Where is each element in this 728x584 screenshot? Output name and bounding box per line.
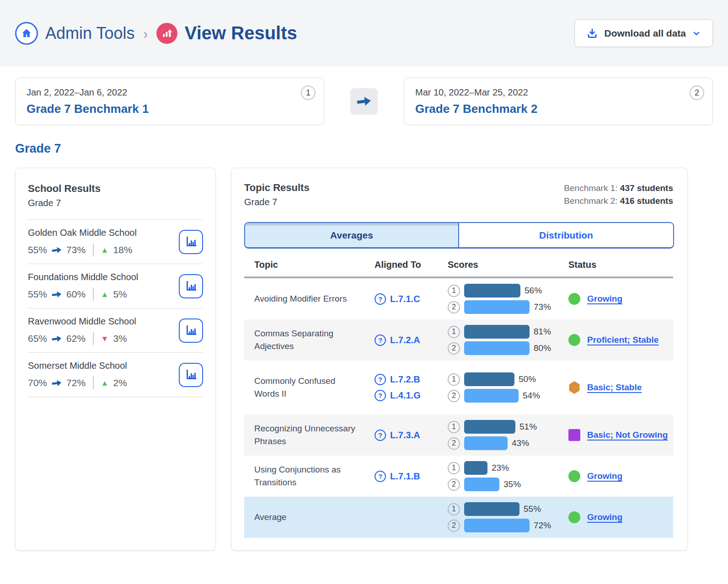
school-score-change: 65% 62% ▼ 3% <box>28 332 136 345</box>
chevron-down-icon <box>692 29 701 38</box>
benchmark-2-score: 73% <box>66 244 86 255</box>
tab-distribution[interactable]: Distribution <box>459 223 673 247</box>
aligned-standards: L.7.2.BL.4.1.G <box>375 374 448 401</box>
score-value: 81% <box>534 327 551 337</box>
status-link[interactable]: Proficient; Stable <box>587 335 658 345</box>
status-link[interactable]: Growing <box>587 471 622 481</box>
topic-results-panel: Topic Results Grade 7 Benchmark 1: 437 s… <box>231 168 688 551</box>
topic-name: Recognizing Unnecessary Phrases <box>254 422 375 448</box>
arrow-right-icon <box>357 96 371 106</box>
benchmark-number-badge: 1 <box>448 326 460 338</box>
topic-table-row: Commonly Confused Words II L.7.2.BL.4.1.… <box>244 361 673 414</box>
help-circle-icon <box>375 390 386 401</box>
score-value: 43% <box>512 438 529 448</box>
aligned-standard-link[interactable]: L.7.1.B <box>375 471 448 482</box>
school-list-item: Golden Oak Middle School 55% 73% ▲ 18% <box>28 220 203 264</box>
school-score-change: 55% 73% ▲ 18% <box>28 244 137 256</box>
status-link[interactable]: Basic; Stable <box>587 382 642 393</box>
benchmark-1-count-value: 437 students <box>620 183 673 193</box>
benchmark-number-badge: 2 <box>448 301 460 313</box>
status-shape-icon <box>568 511 580 523</box>
benchmark-1-count-label: Benchmark 1: <box>564 183 617 193</box>
score-value: 55% <box>524 504 541 514</box>
benchmark-2-count: Benchmark 2: 416 students <box>564 195 673 207</box>
top-bar: Admin Tools › View Results Download all … <box>0 0 728 66</box>
benchmark-2-score: 62% <box>66 333 86 344</box>
help-circle-icon <box>375 334 386 346</box>
benchmark-2-score: 72% <box>66 377 86 388</box>
school-chart-button[interactable] <box>179 319 203 343</box>
benchmark-number-badge: 1 <box>448 421 460 433</box>
breadcrumb: Admin Tools › View Results <box>15 22 297 45</box>
home-icon[interactable] <box>15 22 38 45</box>
benchmark-number-badge: 2 <box>448 478 460 491</box>
tab-averages[interactable]: Averages <box>245 223 459 247</box>
status-cell: Basic; Stable <box>568 381 673 394</box>
status-link[interactable]: Growing <box>587 512 622 522</box>
status-link[interactable]: Basic; Not Growing <box>587 430 668 440</box>
breadcrumb-admin-tools-link[interactable]: Admin Tools <box>45 24 134 43</box>
school-list-item: Ravenwood Middle School 65% 62% ▼ 3% <box>28 308 203 353</box>
school-chart-button[interactable] <box>179 230 203 254</box>
benchmark-compare-row: Jan 2, 2022–Jan 6, 2022 Grade 7 Benchmar… <box>15 78 713 125</box>
status-shape-icon <box>568 470 580 482</box>
change-direction-icon: ▲ <box>101 379 109 387</box>
benchmark-1-card[interactable]: Jan 2, 2022–Jan 6, 2022 Grade 7 Benchmar… <box>15 78 324 125</box>
bar-chart-icon <box>184 235 198 250</box>
status-shape-icon <box>568 293 580 305</box>
score-bars: 151%243% <box>448 420 568 450</box>
benchmark-2-score: 60% <box>66 289 86 300</box>
score-bar <box>464 341 530 355</box>
aligned-standard-link[interactable]: L.7.2.A <box>375 334 448 346</box>
score-value: 23% <box>492 463 509 473</box>
benchmark-2-card[interactable]: Mar 10, 2022–Mar 25, 2022 Grade 7 Benchm… <box>404 78 713 125</box>
score-value: 35% <box>503 479 521 489</box>
score-bar <box>464 502 519 516</box>
topic-name: Commonly Confused Words II <box>254 375 375 400</box>
school-name: Somerset Middle School <box>28 361 127 371</box>
score-value: 56% <box>525 286 542 296</box>
score-bars: 150%254% <box>448 372 568 403</box>
benchmark-number-badge: 2 <box>448 520 460 532</box>
aligned-standard-link[interactable]: L.7.3.A <box>375 430 448 441</box>
aligned-standard-link[interactable]: L.4.1.G <box>375 390 448 401</box>
status-cell: Basic; Not Growing <box>568 429 673 441</box>
page: Admin Tools › View Results Download all … <box>0 0 728 584</box>
divider <box>93 288 94 301</box>
column-status: Status <box>568 260 673 270</box>
school-name: Golden Oak Middle School <box>28 228 137 238</box>
school-chart-button[interactable] <box>179 274 203 298</box>
benchmark-1-title: Grade 7 Benchmark 1 <box>27 102 313 116</box>
view-tabs: Averages Distribution <box>244 222 674 249</box>
benchmark-1-number-badge: 1 <box>301 85 316 100</box>
status-cell: Proficient; Stable <box>568 334 673 346</box>
benchmark-2-count-label: Benchmark 2: <box>564 196 617 206</box>
score-bar <box>464 519 530 532</box>
score-value: 72% <box>534 520 551 531</box>
change-direction-icon: ▲ <box>101 246 109 254</box>
school-chart-button[interactable] <box>179 363 203 387</box>
status-link[interactable]: Growing <box>587 294 622 304</box>
school-list: Golden Oak Middle School 55% 73% ▲ 18% <box>28 220 203 397</box>
benchmark-number-badge: 2 <box>448 342 460 355</box>
benchmark-2-dates: Mar 10, 2022–Mar 25, 2022 <box>415 87 701 98</box>
help-circle-icon <box>375 293 386 305</box>
column-topic: Topic <box>254 260 375 270</box>
topic-table-row: Recognizing Unnecessary Phrases L.7.3.A … <box>244 414 673 456</box>
score-bar <box>464 436 508 450</box>
download-all-data-button[interactable]: Download all data <box>574 19 713 47</box>
aligned-standard-link[interactable]: L.7.2.B <box>375 374 448 385</box>
benchmark-number-badge: 1 <box>448 285 460 297</box>
house-glyph <box>21 27 32 39</box>
score-bar-row: 156% <box>448 284 568 297</box>
topic-results-subtitle: Grade 7 <box>244 197 310 207</box>
score-value: 73% <box>534 302 551 312</box>
download-label: Download all data <box>604 28 686 39</box>
score-bar-row: 151% <box>448 420 568 434</box>
score-bar <box>464 478 499 491</box>
change-percent: 5% <box>113 289 127 300</box>
compare-arrow-button[interactable] <box>350 88 378 115</box>
score-bar <box>464 325 530 339</box>
aligned-standard-link[interactable]: L.7.1.C <box>375 293 448 305</box>
help-circle-icon <box>375 471 386 482</box>
